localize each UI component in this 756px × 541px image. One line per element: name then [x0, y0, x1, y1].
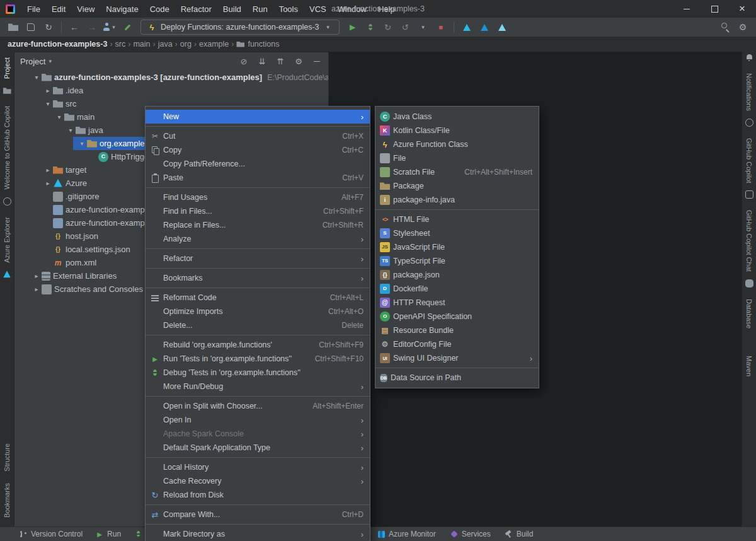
- tool-stripe-item-welcome-to-github-copilot[interactable]: Welcome to GitHub Copilot: [3, 106, 11, 189]
- breadcrumb-item-azure-function-examples-3[interactable]: azure-function-examples-3: [6, 40, 108, 49]
- menu-item-compare-with[interactable]: Compare With...Ctrl+D: [146, 508, 370, 521]
- menu-item-optimize-imports[interactable]: Optimize ImportsCtrl+Alt+O: [146, 305, 370, 318]
- menu-item-kotlin-class-file[interactable]: KKotlin Class/File: [375, 124, 539, 137]
- menubar-item-file[interactable]: File: [21, 0, 46, 18]
- menu-item-open-in-split-with-chooser[interactable]: Open in Split with Chooser...Alt+Shift+E…: [146, 399, 370, 413]
- status-item-bug[interactable]: [134, 530, 142, 538]
- run-options-dropdown[interactable]: [415, 20, 432, 35]
- menubar-item-edit[interactable]: Edit: [46, 0, 71, 18]
- run-configuration-select[interactable]: ϟ Deploy Functions: azure-function-examp…: [140, 20, 340, 35]
- tool-stripe-item-maven[interactable]: Maven: [745, 356, 753, 376]
- status-item-services[interactable]: Services: [450, 530, 491, 538]
- menubar-item-code[interactable]: Code: [144, 0, 175, 18]
- tool-stripe-item-notifications[interactable]: Notifications: [745, 73, 753, 111]
- menu-item-reformat-code[interactable]: Reformat CodeCtrl+Alt+L: [146, 291, 370, 305]
- forward-button[interactable]: [84, 20, 100, 35]
- chevron-right-icon[interactable]: ▸: [32, 286, 42, 293]
- chevron-down-icon[interactable]: ▾: [32, 74, 42, 81]
- sync-button[interactable]: [40, 20, 57, 35]
- tool-stripe-item-database[interactable]: Database: [745, 299, 753, 329]
- collapse-all-icon[interactable]: ⇈: [275, 56, 285, 66]
- menu-item-find-usages[interactable]: Find UsagesAlt+F7: [146, 190, 370, 204]
- menu-item-copy[interactable]: CopyCtrl+C: [146, 143, 370, 157]
- tool-stripe-item-github-copilot[interactable]: GitHub Copilot: [745, 138, 753, 183]
- project-panel-title[interactable]: Project: [20, 57, 45, 66]
- menu-item-apache-spark-console[interactable]: Apache Spark Console›: [146, 427, 370, 441]
- maven-icon[interactable]: [745, 336, 753, 344]
- locate-file-icon[interactable]: ⊘: [239, 56, 249, 66]
- chevron-right-icon[interactable]: ▸: [43, 180, 53, 187]
- menu-item-paste[interactable]: PasteCtrl+V: [146, 171, 370, 185]
- menubar-item-navigate[interactable]: Navigate: [100, 0, 144, 18]
- menu-item-azure-function-class[interactable]: ϟAzure Function Class: [375, 137, 539, 151]
- azure-action-button-2[interactable]: [476, 20, 493, 35]
- chevron-down-icon[interactable]: ▾: [43, 100, 53, 107]
- hide-panel-icon[interactable]: [312, 56, 322, 66]
- menu-item-cut[interactable]: CutCtrl+X: [146, 129, 370, 143]
- menu-item-package[interactable]: Package: [375, 179, 539, 193]
- menu-item-file[interactable]: File: [375, 151, 539, 165]
- chevron-right-icon[interactable]: ▸: [43, 87, 53, 94]
- tree-row-idea[interactable]: ▸.idea: [14, 84, 328, 97]
- debug-button[interactable]: [362, 20, 379, 35]
- settings-button[interactable]: [735, 20, 751, 35]
- menu-item-dockerfile[interactable]: DDockerfile: [375, 282, 539, 296]
- tool-stripe-item-github-copilot-chat[interactable]: GitHub Copilot Chat: [745, 210, 753, 272]
- status-item-build[interactable]: Build: [505, 530, 534, 538]
- menu-item-http-request[interactable]: @HTTP Request: [375, 296, 539, 310]
- menu-item-cache-recovery[interactable]: Cache Recovery›: [146, 474, 370, 488]
- menu-item-new[interactable]: New›: [146, 110, 370, 124]
- chevron-right-icon[interactable]: ▸: [32, 272, 42, 279]
- menu-item-scratch-file[interactable]: Scratch FileCtrl+Alt+Shift+Insert: [375, 165, 539, 179]
- menu-item-package-info-java[interactable]: ipackage-info.java: [375, 193, 539, 207]
- chevron-right-icon[interactable]: ▸: [43, 166, 53, 173]
- run-button[interactable]: [345, 20, 361, 35]
- menu-item-editorconfig-file[interactable]: ⚙EditorConfig File: [375, 337, 539, 351]
- maximize-button[interactable]: [701, 0, 728, 18]
- expand-all-icon[interactable]: ⇊: [257, 56, 267, 66]
- profiler-button[interactable]: [398, 20, 414, 35]
- menu-item-stylesheet[interactable]: SStylesheet: [375, 226, 539, 240]
- azure-action-button-1[interactable]: [459, 20, 475, 35]
- panel-settings-gear-icon[interactable]: ⚙: [294, 56, 304, 66]
- menu-item-run-tests-in-org-example-functions[interactable]: Run 'Tests in 'org.example.functions''Ct…: [146, 352, 370, 366]
- status-item-run[interactable]: Run: [95, 530, 121, 538]
- profile-button[interactable]: [101, 20, 118, 35]
- menu-item-swing-ui-designer[interactable]: UISwing UI Designer›: [375, 351, 539, 365]
- search-everywhere-button[interactable]: [717, 20, 733, 35]
- tool-stripe-item-project[interactable]: Project: [3, 57, 11, 79]
- menu-item-default-spark-application-type[interactable]: Default Spark Application Type›: [146, 441, 370, 455]
- menu-item-local-history[interactable]: Local History›: [146, 460, 370, 474]
- menu-item-data-source-in-path[interactable]: DBData Source in Path: [375, 371, 539, 385]
- breadcrumb-item-main[interactable]: main: [132, 40, 151, 49]
- menu-item-rebuild-org-example-functions[interactable]: Rebuild 'org.example.functions'Ctrl+Shif…: [146, 338, 370, 352]
- minimize-button[interactable]: [673, 0, 701, 18]
- menu-item-package-json[interactable]: {}package.json: [375, 268, 539, 282]
- menu-item-delete[interactable]: Delete...Delete: [146, 318, 370, 332]
- breadcrumb-item-src[interactable]: src: [114, 40, 127, 49]
- chevron-down-icon[interactable]: ▾: [49, 58, 52, 64]
- back-button[interactable]: [66, 20, 83, 35]
- bell-icon[interactable]: [745, 54, 753, 62]
- menu-item-typescript-file[interactable]: TSTypeScript File: [375, 254, 539, 268]
- breadcrumb-item-functions[interactable]: functions: [235, 40, 280, 49]
- menu-item-refactor[interactable]: Refactor›: [146, 252, 370, 265]
- menu-item-more-run-debug[interactable]: More Run/Debug›: [146, 380, 370, 393]
- chevron-down-icon[interactable]: ▾: [77, 140, 87, 147]
- azure-action-button-3[interactable]: [494, 20, 510, 35]
- close-button[interactable]: ×: [728, 0, 756, 18]
- menu-item-javascript-file[interactable]: JSJavaScript File: [375, 240, 539, 254]
- breadcrumb-item-example[interactable]: example: [198, 40, 230, 49]
- db-icon[interactable]: [745, 279, 753, 288]
- menu-item-mark-directory-as[interactable]: Mark Directory as›: [146, 527, 370, 541]
- menu-item-html-file[interactable]: <>HTML File: [375, 212, 539, 226]
- stop-button[interactable]: [433, 20, 449, 35]
- coverage-button[interactable]: [380, 20, 396, 35]
- menubar-item-view[interactable]: View: [71, 0, 100, 18]
- menu-item-reload-from-disk[interactable]: Reload from Disk: [146, 488, 370, 502]
- open-project-button[interactable]: [5, 20, 21, 35]
- menu-item-resource-bundle[interactable]: ▤Resource Bundle: [375, 323, 539, 337]
- chat-icon[interactable]: [745, 190, 753, 199]
- menu-item-replace-in-files[interactable]: Replace in Files...Ctrl+Shift+R: [146, 218, 370, 232]
- chevron-down-icon[interactable]: ▾: [54, 113, 64, 120]
